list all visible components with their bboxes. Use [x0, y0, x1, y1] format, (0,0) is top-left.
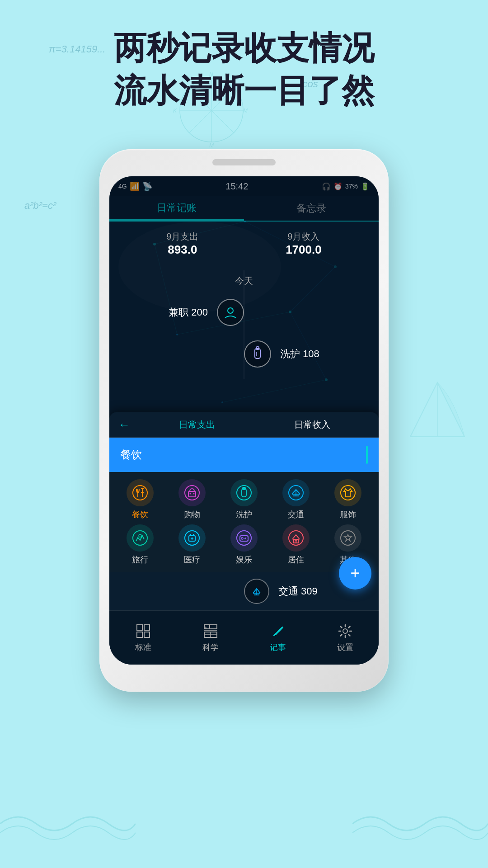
income-summary: 9月收入 1700.0	[286, 231, 322, 257]
svg-point-61	[241, 538, 243, 539]
expense-value: 893.0	[166, 243, 198, 257]
housing-icon	[282, 524, 310, 552]
phone-shell: 4G 📶 📡 15:42 🎧 ⏰ 37% 🔋 日常记账 备忘录	[99, 149, 389, 692]
care-label: 洗护 108	[280, 347, 319, 361]
expense-summary: 9月支出 893.0	[166, 231, 198, 257]
clothing-icon	[334, 479, 361, 506]
nav-settings-label: 设置	[337, 642, 353, 653]
entertainment-icon	[230, 524, 258, 552]
category-entertainment[interactable]: 娱乐	[221, 524, 268, 565]
svg-point-51	[133, 531, 147, 545]
svg-point-34	[133, 486, 147, 500]
svg-point-67	[341, 531, 355, 545]
timeline-area: 今天 兼职 200	[109, 270, 379, 379]
svg-point-30	[228, 308, 233, 313]
popup-panel: ← 日常支出 日常收入 餐饮	[109, 412, 379, 610]
svg-rect-72	[137, 625, 142, 630]
other-icon	[334, 524, 361, 552]
transport-icon	[282, 479, 310, 506]
settings-icon	[337, 623, 353, 639]
expense-label: 9月支出	[166, 231, 198, 243]
category-housing[interactable]: 居住	[272, 524, 319, 565]
svg-point-52	[139, 534, 141, 537]
svg-point-59	[237, 531, 251, 545]
phone-mockup: 4G 📶 📡 15:42 🎧 ⏰ 37% 🔋 日常记账 备忘录	[99, 149, 389, 692]
travel-label: 旅行	[132, 554, 148, 565]
transport-timeline-label: 交通 309	[278, 585, 318, 598]
headline2: 流水清晰一目了然	[0, 70, 488, 112]
science-icon: A	[202, 623, 219, 639]
popup-header: ← 日常支出 日常收入	[109, 412, 379, 438]
svg-rect-65	[294, 539, 298, 543]
svg-marker-68	[344, 534, 352, 541]
selected-category-name: 餐饮	[120, 448, 142, 462]
transport-label: 交通	[288, 509, 304, 520]
phone-screen: 4G 📶 📡 15:42 🎧 ⏰ 37% 🔋 日常记账 备忘录	[109, 176, 379, 665]
entertainment-label: 娱乐	[236, 554, 252, 565]
selected-category-bar: 餐饮	[109, 438, 379, 472]
svg-rect-74	[137, 632, 142, 637]
svg-point-39	[185, 486, 199, 500]
medical-label: 医疗	[184, 554, 200, 565]
category-dining[interactable]: 餐饮	[117, 479, 164, 520]
nav-standard-label: 标准	[135, 642, 151, 653]
transport-timeline-item: 交通 309	[109, 572, 379, 610]
care-icon-circle	[244, 340, 271, 368]
clothing-label: 服饰	[340, 509, 356, 520]
svg-point-50	[341, 486, 355, 500]
popup-tab-expense[interactable]: 日常支出	[139, 415, 254, 434]
category-travel[interactable]: 旅行	[117, 524, 164, 565]
dining-label: 餐饮	[132, 509, 148, 520]
svg-point-41	[190, 493, 191, 495]
nav-standard[interactable]: 标准	[109, 623, 177, 653]
svg-point-83	[343, 629, 347, 633]
parttime-label: 兼职 200	[169, 306, 208, 319]
nav-notes-label: 记事	[270, 642, 286, 653]
travel-icon	[127, 524, 154, 552]
popup-tab-income[interactable]: 日常收入	[254, 415, 370, 434]
headline1: 两秒记录收支情况	[0, 27, 488, 70]
nav-notes[interactable]: 记事	[244, 623, 311, 653]
care-category-label: 洗护	[236, 509, 252, 520]
income-value: 1700.0	[286, 243, 322, 257]
category-transport[interactable]: 交通	[272, 479, 319, 520]
timeline-center-line	[244, 270, 244, 379]
medical-icon	[178, 524, 206, 552]
category-shopping[interactable]: 购物	[169, 479, 216, 520]
dining-icon	[127, 479, 154, 506]
category-medical[interactable]: 医疗	[169, 524, 216, 565]
summary-area: 9月支出 893.0 9月收入 1700.0	[109, 222, 379, 266]
notes-icon	[270, 623, 286, 639]
svg-rect-31	[255, 349, 260, 359]
svg-text:A: A	[205, 626, 207, 629]
category-care[interactable]: 洗护	[221, 479, 268, 520]
top-text-area: 两秒记录收支情况 流水清晰一目了然	[0, 27, 488, 112]
parttime-icon-circle	[217, 299, 244, 326]
svg-rect-40	[188, 491, 196, 497]
housing-label: 居住	[288, 554, 304, 565]
screen-content: 9月支出 893.0 9月收入 1700.0 今天 兼职 200	[109, 222, 379, 610]
income-label: 9月收入	[286, 231, 322, 243]
transport-circle	[244, 579, 269, 604]
svg-rect-73	[144, 625, 150, 630]
care-icon	[230, 479, 258, 506]
back-button[interactable]: ←	[118, 418, 130, 432]
shopping-icon	[178, 479, 206, 506]
nav-science-label: 科学	[202, 642, 219, 653]
shopping-label: 购物	[184, 509, 200, 520]
svg-point-42	[193, 493, 195, 495]
selection-indicator	[366, 446, 368, 464]
nav-science[interactable]: A 科学	[177, 623, 244, 653]
svg-rect-75	[144, 632, 150, 637]
standard-icon	[135, 623, 151, 639]
bottom-nav: 标准 A 科学	[109, 610, 379, 665]
nav-settings[interactable]: 设置	[311, 623, 379, 653]
fab-add-button[interactable]: +	[339, 557, 371, 590]
category-grid: 餐饮	[109, 472, 379, 572]
category-clothing[interactable]: 服饰	[324, 479, 371, 520]
